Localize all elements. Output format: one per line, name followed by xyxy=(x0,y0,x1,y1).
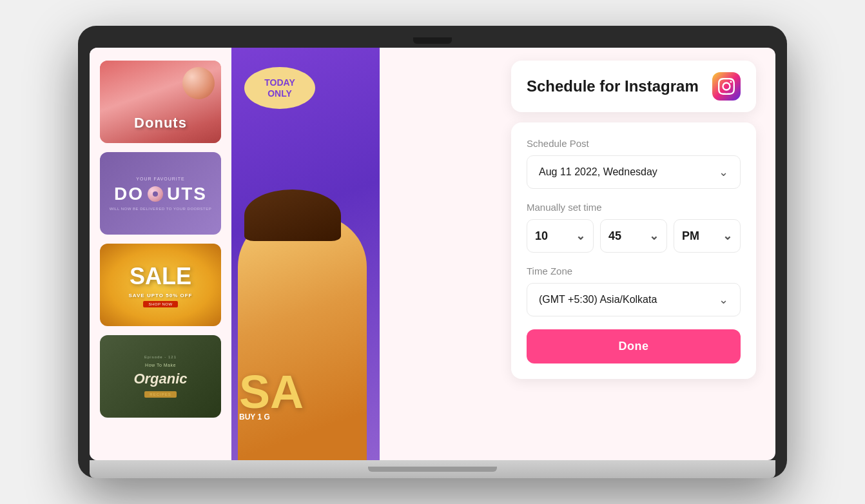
thumbnail-organic[interactable]: Episode - 121 How To Make Organic RECIPE… xyxy=(100,335,221,418)
ampm-select[interactable]: PM ⌄ xyxy=(674,219,741,253)
thumb-4-howto: How To Make xyxy=(145,363,176,367)
time-row: 10 ⌄ 45 ⌄ PM ⌄ xyxy=(527,219,741,253)
thumb-2-donut-icon xyxy=(148,186,163,202)
done-button[interactable]: Done xyxy=(527,329,741,363)
thumbnail-donuts-purple[interactable]: YOUR FAVOURITE DO UTS WILL NOW BE DELIVE… xyxy=(100,152,221,235)
timezone-chevron-icon: ⌄ xyxy=(719,293,728,307)
manually-set-time-label: Manually set time xyxy=(527,202,741,213)
minute-select[interactable]: 45 ⌄ xyxy=(600,219,667,253)
thumb-2-desc: WILL NOW BE DELIVERED TO YOUR DOORSTEP xyxy=(110,207,211,211)
thumb-2-title-2: UTS xyxy=(167,184,207,204)
thumbnail-sale[interactable]: SALE SAVE UPTO 50% OFF SHOP NOW xyxy=(100,244,221,326)
preview-bubble-line1: TODAY xyxy=(264,77,295,88)
instagram-svg xyxy=(718,78,735,95)
thumb-4-episode: Episode - 121 xyxy=(144,355,177,359)
thumb-4-sub: RECIPES xyxy=(144,391,176,398)
timezone-section: Time Zone (GMT +5:30) Asia/Kolkata ⌄ xyxy=(527,266,741,316)
thumb-3-subtitle: SAVE UPTO 50% OFF xyxy=(129,293,193,298)
preview-bubble: TODAY ONLY xyxy=(244,67,315,109)
main-preview-area: TODAY ONLY SA BUY 1 G xyxy=(231,48,492,460)
schedule-post-section: Schedule Post Aug 11 2022, Wednesday ⌄ xyxy=(527,138,741,189)
thumbnail-panel: Donuts YOUR FAVOURITE DO UTS WILL NOW BE… xyxy=(90,48,231,460)
thumb-3-badge: SHOP NOW xyxy=(143,301,177,307)
preview-image: TODAY ONLY SA BUY 1 G xyxy=(231,48,380,460)
hour-chevron-icon: ⌄ xyxy=(576,229,585,243)
timezone-select[interactable]: (GMT +5:30) Asia/Kolkata ⌄ xyxy=(527,283,741,316)
schedule-title: Schedule for Instagram xyxy=(527,77,699,95)
instagram-icon xyxy=(712,72,741,101)
laptop-base xyxy=(90,460,775,478)
timezone-value: (GMT +5:30) Asia/Kolkata xyxy=(539,294,657,305)
schedule-post-label: Schedule Post xyxy=(527,138,741,149)
laptop-hinge xyxy=(368,467,497,472)
preview-large-text: SA BUY 1 G xyxy=(239,369,304,422)
ampm-chevron-icon: ⌄ xyxy=(723,229,732,243)
thumb-4-title: Organic xyxy=(133,371,187,387)
thumb-1-label: Donuts xyxy=(134,115,187,131)
laptop-notch xyxy=(413,37,452,44)
hour-select[interactable]: 10 ⌄ xyxy=(527,219,594,253)
schedule-header: Schedule for Instagram xyxy=(511,61,756,112)
date-value: Aug 11 2022, Wednesday xyxy=(539,166,657,178)
thumb-2-subtitle: YOUR FAVOURITE xyxy=(136,177,184,181)
time-section: Manually set time 10 ⌄ 45 ⌄ PM ⌄ xyxy=(527,202,741,253)
minute-value: 45 xyxy=(608,229,621,243)
preview-sa: SA xyxy=(239,369,304,415)
schedule-form: Schedule Post Aug 11 2022, Wednesday ⌄ M… xyxy=(511,122,756,379)
date-select[interactable]: Aug 11 2022, Wednesday ⌄ xyxy=(527,155,741,189)
hour-value: 10 xyxy=(535,229,548,243)
laptop-screen: Donuts YOUR FAVOURITE DO UTS WILL NOW BE… xyxy=(90,48,775,460)
date-chevron-icon: ⌄ xyxy=(719,165,728,179)
schedule-panel: Schedule for Instagram Schedule Post Aug… xyxy=(492,48,775,460)
thumb-2-title: DO xyxy=(114,184,144,204)
ampm-value: PM xyxy=(682,229,699,243)
thumbnail-donuts-pink[interactable]: Donuts xyxy=(100,61,221,143)
thumb-3-title: SALE xyxy=(130,263,191,290)
preview-bubble-line2: ONLY xyxy=(267,88,292,99)
minute-chevron-icon: ⌄ xyxy=(649,229,659,243)
timezone-label: Time Zone xyxy=(527,266,741,276)
laptop-frame: Donuts YOUR FAVOURITE DO UTS WILL NOW BE… xyxy=(78,26,787,478)
